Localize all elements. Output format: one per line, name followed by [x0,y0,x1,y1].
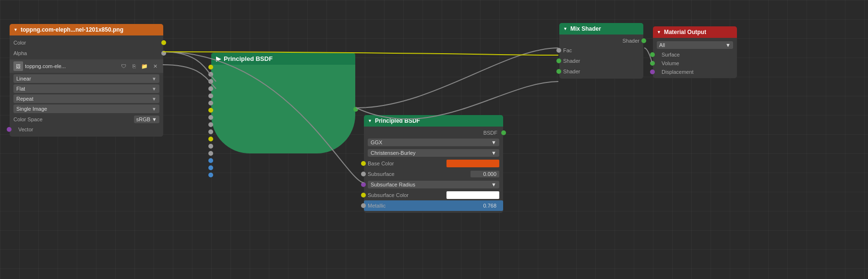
large-collapse-triangle[interactable]: ▶ [216,55,221,62]
bsdf-output-row: BSDF [364,128,503,137]
close-icon[interactable]: ✕ [151,62,159,70]
metallic-label: Metallic [368,203,480,209]
surface-row: Surface [653,50,737,59]
displacement-row: Displacement [653,68,737,76]
base-color-label: Base Color [368,161,446,166]
color-space-label: Color Space [13,116,134,122]
copy-icon[interactable]: ⎘ [130,62,138,70]
image-texture-title: toppng.com-eleph...nel-1201x850.png [21,26,123,33]
subsurface-radius-dropdown[interactable]: Subsurface Radius ▼ [368,181,499,188]
ggx-chevron: ▼ [491,140,496,145]
shader1-label: Shader [563,58,639,64]
shader2-row: Shader [559,66,643,77]
input-socket-4 [208,93,213,98]
fac-socket [556,48,561,53]
alpha-output-socket [161,51,166,56]
principled-panel-header: ▼ Principled BSDF [364,115,503,127]
all-value: All [659,42,665,48]
mix-shader-output-label: Shader [623,38,639,44]
shield-icon[interactable]: 🛡 [119,62,128,70]
input-socket-2 [208,79,213,84]
vector-input-socket [7,127,12,132]
input-socket-1 [208,72,213,77]
projection-value: Flat [16,86,25,92]
subsurface-socket [361,172,366,176]
metallic-row: Metallic 0.768 [364,200,503,211]
all-dropdown[interactable]: All ▼ [657,41,733,49]
volume-row: Volume [653,59,737,68]
subsurface-method-dropdown[interactable]: Christensen-Burley ▼ [368,149,499,157]
input-socket-3 [208,86,213,91]
principled-panel-body: BSDF GGX ▼ Christensen-Burley ▼ Base Col… [364,127,503,213]
interpolation-dropdown[interactable]: Linear ▼ [13,74,159,83]
projection-chevron: ▼ [152,86,157,92]
principled-bsdf-large-header: ▶ Principled BSDF [211,53,355,65]
subsurface-color-socket [361,193,366,198]
color-space-chevron: ▼ [152,116,157,122]
mix-shader-body: Shader Fac Shader Shader [559,35,643,79]
extension-value: Repeat [16,96,33,102]
alpha-output-row: Alpha [10,48,163,58]
mix-shader-node: ▼ Mix Shader Shader Fac Shader Shader [559,23,643,79]
subsurface-color-swatch[interactable] [446,191,499,199]
fac-label: Fac [563,47,639,53]
shader2-socket [556,69,561,74]
input-socket-6 [208,108,213,113]
mat-output-triangle[interactable]: ▼ [657,30,661,35]
color-space-dropdown[interactable]: sRGB ▼ [134,116,159,123]
image-texture-body: Color Alpha 🖼 toppng.com-ele... 🛡 ⎘ 📁 ✕ … [10,35,163,137]
input-socket-15 [208,173,213,177]
subsurface-value[interactable]: 0.000 [470,171,499,177]
ggx-row: GGX ▼ [364,137,503,148]
extension-dropdown[interactable]: Repeat ▼ [13,94,159,103]
subsurface-method-value: Christensen-Burley [371,150,416,156]
subsurface-radius-value: Subsurface Radius [371,182,415,187]
principled-bsdf-large-node: ▶ Principled BSDF [211,53,355,153]
panel-collapse-triangle[interactable]: ▼ [368,118,372,123]
subsurface-label: Subsurface [368,171,470,177]
bsdf-panel-output-socket [501,130,506,135]
surface-label: Surface [657,52,680,58]
subsurface-color-row: Subsurface Color [364,190,503,200]
projection-dropdown[interactable]: Flat ▼ [13,84,159,93]
principled-bsdf-panel: ▼ Principled BSDF BSDF GGX ▼ Christensen… [364,115,503,213]
image-type-dropdown[interactable]: Single Image ▼ [13,105,159,113]
color-output-socket [161,40,166,45]
folder-icon[interactable]: 📁 [140,62,149,70]
interpolation-value: Linear [16,76,31,81]
material-output-header: ▼ Material Output [653,26,737,38]
base-color-row: Base Color [364,158,503,169]
base-color-swatch[interactable] [446,160,499,167]
mix-shader-output-row: Shader [559,36,643,45]
displacement-label: Displacement [657,69,694,75]
color-space-value: sRGB [136,116,150,122]
large-node-inputs [208,67,213,180]
mix-shader-title: Mix Shader [570,25,601,32]
mix-shader-triangle[interactable]: ▼ [563,26,567,31]
image-preview-row: 🖼 toppng.com-ele... 🛡 ⎘ 📁 ✕ [10,59,163,73]
bsdf-output-socket [353,107,358,112]
volume-label: Volume [657,60,679,66]
shader1-row: Shader [559,56,643,66]
fac-row: Fac [559,45,643,56]
alpha-output-label: Alpha [13,50,27,56]
subsurface-radius-chevron: ▼ [491,182,496,187]
image-icon: 🖼 [13,61,23,71]
ggx-dropdown[interactable]: GGX ▼ [368,139,499,146]
color-output-row: Color [10,37,163,48]
subsurface-radius-row: Subsurface Radius ▼ [364,179,503,190]
collapse-triangle[interactable]: ▼ [13,27,18,32]
all-dropdown-row: All ▼ [657,41,733,49]
interpolation-chevron: ▼ [152,76,157,81]
vector-label: Vector [13,127,33,132]
input-socket-7 [208,115,213,120]
metallic-socket [361,203,366,208]
image-name: toppng.com-ele... [25,63,117,69]
mix-shader-header: ▼ Mix Shader [559,23,643,35]
principled-bsdf-large-title: Principled BSDF [224,55,273,62]
subsurface-method-chevron: ▼ [491,150,496,156]
material-output-body: All ▼ Surface Volume Displacement [653,38,737,78]
input-socket-9 [208,129,213,134]
image-type-value: Single Image [16,106,47,112]
metallic-value[interactable]: 0.768 [480,202,499,209]
